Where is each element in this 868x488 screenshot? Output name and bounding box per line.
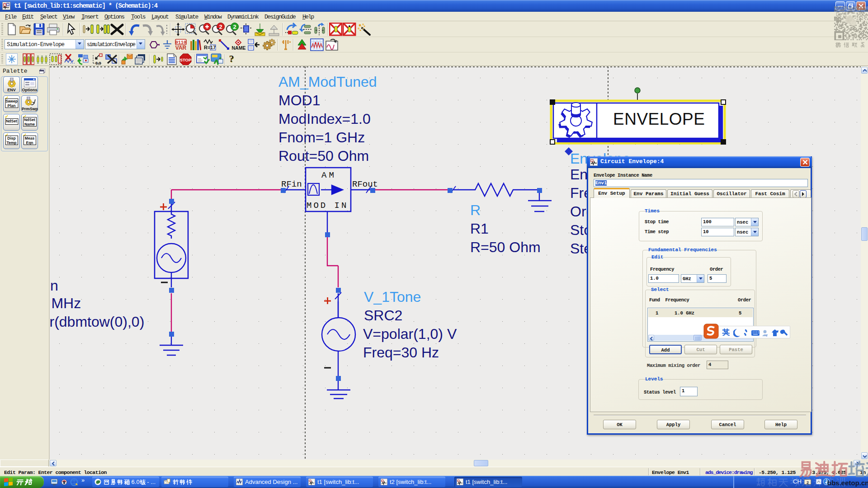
svg-text:RFin: RFin [281,179,302,189]
svg-text:ENVELOPE: ENVELOPE [613,110,705,128]
svg-text:0,0: 0,0 [95,61,101,65]
svg-text:7: 7 [766,334,768,337]
svg-text:?: ? [229,53,234,64]
svg-text:STOP: STOP [180,57,192,62]
svg-text:RFout: RFout [352,179,378,189]
svg-text:17: 17 [210,45,216,50]
svg-text:R=: R= [204,45,210,50]
svg-text:2: 2 [219,23,222,30]
svg-text:VAR: VAR [175,45,187,51]
svg-text:2: 2 [233,23,236,30]
svg-text:AM: AM [321,170,336,180]
svg-text:NAME: NAME [232,45,246,51]
svg-text:MOD IN: MOD IN [307,201,348,211]
